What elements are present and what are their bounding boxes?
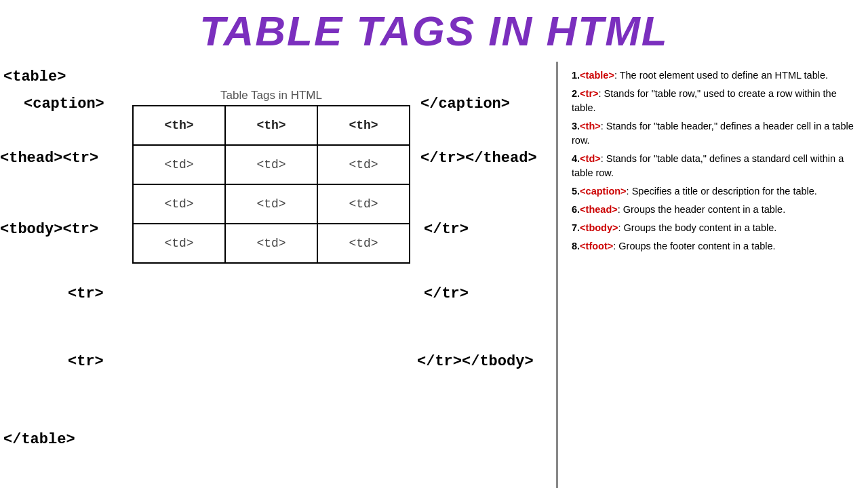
list-item: 5.<caption>: Specifies a title or descri… [572, 184, 858, 199]
item-number: 4. [572, 153, 580, 164]
caption-open-tag: <caption> [24, 96, 104, 113]
thead-tr-open-tag: <thead><tr> [0, 150, 98, 167]
table-close-tag: </table> [3, 431, 75, 448]
item-tag: <table> [580, 70, 614, 81]
list-item: 1.<table>: The root element used to defi… [572, 68, 858, 83]
tr-close-tbody-close-tag: </tr></tbody> [417, 353, 534, 370]
td-3-1: <td> [133, 224, 225, 263]
item-tag: <caption> [580, 186, 627, 197]
th-cell-1: <th> [133, 106, 225, 145]
list-item: 2.<tr>: Stands for "table row," used to … [572, 87, 858, 115]
item-number: 8. [572, 241, 580, 251]
td-1-3: <td> [317, 145, 410, 184]
td-3-3: <td> [317, 224, 410, 263]
info-list: 1.<table>: The root element used to defi… [572, 68, 858, 253]
td-2-2: <td> [225, 184, 317, 224]
item-description: : Groups the footer content in a table. [613, 241, 775, 251]
item-number: 2. [572, 88, 580, 99]
right-panel: 1.<table>: The root element used to defi… [558, 62, 868, 488]
tr-open-3-tag: <tr> [68, 353, 104, 370]
list-item: 4.<td>: Stands for "table data," defines… [572, 152, 858, 180]
list-item: 6.<thead>: Groups the header content in … [572, 203, 858, 217]
item-number: 6. [572, 204, 580, 215]
td-2-3: <td> [317, 184, 410, 224]
item-tag: <th> [580, 121, 601, 131]
list-item: 3.<th>: Stands for "table header," defin… [572, 119, 858, 148]
item-tag: <tbody> [580, 222, 618, 233]
page-title: TABLE TAGS IN HTML [0, 0, 868, 62]
item-description: : Specifies a title or description for t… [627, 186, 817, 197]
th-cell-3: <th> [317, 106, 410, 145]
left-panel: <table> <caption> </caption> <thead><tr>… [0, 62, 556, 488]
item-number: 1. [572, 70, 580, 81]
item-number: 7. [572, 222, 580, 233]
td-2-1: <td> [133, 184, 225, 224]
body-row-3: <td> <td> <td> [133, 224, 410, 263]
list-item: 7.<tbody>: Groups the body content in a … [572, 221, 858, 235]
body-row-2: <td> <td> <td> [133, 184, 410, 224]
list-item: 8.<tfoot>: Groups the footer content in … [572, 239, 858, 253]
td-3-2: <td> [225, 224, 317, 263]
item-description: : Stands for "table header," defines a h… [572, 121, 854, 146]
item-tag: <tr> [580, 88, 598, 99]
table-open-tag: <table> [3, 68, 66, 85]
tr-close-2-tag: </tr> [424, 285, 469, 302]
item-number: 5. [572, 186, 580, 197]
item-description: : Stands for "table row," used to create… [572, 88, 837, 113]
body-row-1: <td> <td> <td> [133, 145, 410, 184]
td-1-2: <td> [225, 145, 317, 184]
item-tag: <thead> [580, 204, 618, 215]
item-description: : The root element used to define an HTM… [614, 70, 828, 81]
tbody-tr-open-tag: <tbody><tr> [0, 221, 98, 238]
th-cell-2: <th> [225, 106, 317, 145]
item-tag: <tfoot> [580, 241, 613, 251]
item-description: : Stands for "table data," defines a sta… [572, 153, 844, 178]
item-number: 3. [572, 121, 580, 131]
tr-close-thead-close-tag: </tr></thead> [420, 150, 537, 167]
item-description: : Groups the header content in a table. [618, 204, 785, 215]
table-caption: Table Tags in HTML [132, 89, 410, 102]
demo-table: <th> <th> <th> <td> <td> <td> <td> <td> … [132, 105, 410, 264]
td-1-1: <td> [133, 145, 225, 184]
caption-close-tag: </caption> [420, 96, 510, 113]
tr-close-1-tag: </tr> [424, 221, 469, 238]
demo-table-wrapper: Table Tags in HTML <th> <th> <th> <td> <… [132, 89, 410, 264]
tr-open-2-tag: <tr> [68, 285, 104, 302]
item-description: : Groups the body content in a table. [618, 222, 777, 233]
item-tag: <td> [580, 153, 601, 164]
header-row: <th> <th> <th> [133, 106, 410, 145]
